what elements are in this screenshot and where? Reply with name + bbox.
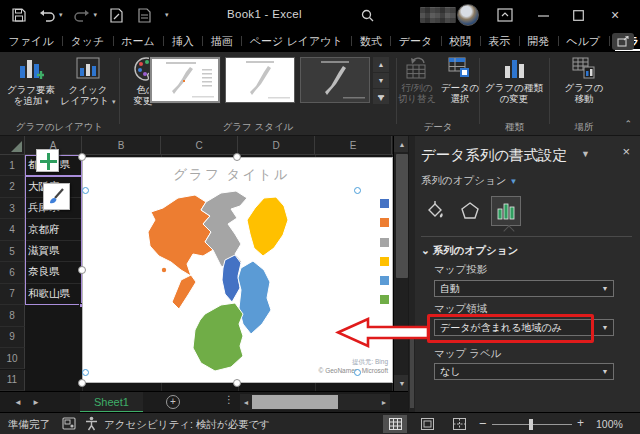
- row-header-9[interactable]: 9: [0, 327, 25, 348]
- tab-touch[interactable]: タッチ: [62, 30, 113, 52]
- add-sheet-icon[interactable]: +: [166, 395, 180, 409]
- gallery-scroll-down-icon[interactable]: ▼: [373, 73, 389, 88]
- horizontal-scroll-thumb[interactable]: [252, 395, 338, 409]
- touch-mode-icon[interactable]: [107, 6, 125, 24]
- plot-handle-top-right[interactable]: [354, 187, 361, 194]
- zoom-in-icon[interactable]: +: [577, 416, 584, 430]
- plot-handle-top-left[interactable]: [82, 187, 89, 194]
- ribbon-display-options-icon[interactable]: [497, 8, 513, 22]
- tab-home[interactable]: ホーム: [113, 30, 164, 52]
- search-icon[interactable]: [361, 9, 374, 22]
- pane-close-icon[interactable]: ×: [622, 144, 630, 159]
- row-header-8[interactable]: 8: [0, 305, 25, 326]
- legend-swatch-2[interactable]: [380, 218, 389, 227]
- kansai-map[interactable]: [143, 190, 295, 376]
- account-avatar[interactable]: [457, 4, 479, 26]
- effects-tab[interactable]: [455, 196, 485, 226]
- map-projection-dropdown[interactable]: 自動▼: [434, 280, 614, 297]
- select-data-button[interactable]: データの選択: [437, 56, 483, 104]
- map-region-wakayama[interactable]: [193, 303, 243, 371]
- series-options-tab[interactable]: [491, 196, 521, 226]
- cell-A6[interactable]: 奈良県: [25, 262, 82, 283]
- tab-page-layout[interactable]: ページ レイアウト: [241, 30, 351, 52]
- chart-handle-bottom-center[interactable]: [233, 379, 241, 387]
- undo-dropdown-icon[interactable]: ▾: [59, 11, 63, 19]
- col-header-C[interactable]: C: [161, 136, 238, 155]
- chart-title[interactable]: グラフ タイトル: [83, 166, 380, 184]
- col-header-E[interactable]: E: [315, 136, 392, 155]
- legend-swatch-5[interactable]: [380, 276, 389, 285]
- row-header-7[interactable]: 7: [0, 284, 25, 305]
- close-button[interactable]: ×: [600, 0, 630, 30]
- row-header-3[interactable]: 3: [0, 198, 25, 219]
- row-header-5[interactable]: 5: [0, 241, 25, 262]
- pane-title-dropdown-icon[interactable]: ▼: [581, 149, 590, 159]
- legend-swatch-4[interactable]: [380, 257, 389, 266]
- legend-swatch-1[interactable]: [380, 199, 389, 208]
- sheet-tab-sheet1[interactable]: Sheet1: [80, 392, 143, 413]
- page-break-view-icon[interactable]: [447, 415, 471, 433]
- fill-line-tab[interactable]: [419, 196, 449, 226]
- select-all-corner[interactable]: [0, 136, 25, 155]
- add-chart-element-button[interactable]: グラフ要素を追加 ▾: [3, 56, 59, 106]
- chart-handle-top-center[interactable]: [233, 153, 241, 161]
- tab-formulas[interactable]: 数式: [351, 30, 390, 52]
- tab-draw[interactable]: 描画: [202, 30, 241, 52]
- sheet-nav-right-icon[interactable]: ►: [28, 392, 44, 413]
- map-region-shiga[interactable]: [247, 197, 288, 256]
- series-options-section[interactable]: ⌄ 系列のオプション: [421, 244, 518, 258]
- row-header-11[interactable]: 11: [0, 370, 25, 391]
- map-chart[interactable]: グラフ タイトル 提供元: Bing © GeoNames, Microsoft: [82, 157, 393, 383]
- redo-button[interactable]: [73, 6, 91, 24]
- series-options-selector[interactable]: 系列のオプション ▼: [421, 174, 517, 188]
- zoom-out-icon[interactable]: −: [479, 416, 487, 431]
- collapse-ribbon-icon[interactable]: ⌃: [624, 119, 632, 129]
- row-header-10[interactable]: 10: [0, 348, 25, 369]
- redo-dropdown-icon[interactable]: ▾: [94, 11, 98, 19]
- gallery-scroll-up-icon[interactable]: ▲: [373, 57, 389, 72]
- tab-insert[interactable]: 挿入: [163, 30, 202, 52]
- col-header-B[interactable]: B: [82, 136, 161, 155]
- chart-style-2-thumbnail[interactable]: [225, 57, 295, 103]
- accessibility-status[interactable]: アクセシビリティ: 検討が必要です: [104, 418, 270, 432]
- tab-file[interactable]: ファイル: [0, 30, 62, 52]
- row-header-4[interactable]: 4: [0, 219, 25, 240]
- tab-data[interactable]: データ: [390, 30, 441, 52]
- plot-handle-bottom-right[interactable]: [354, 369, 361, 376]
- map-labels-dropdown[interactable]: なし▼: [434, 363, 614, 380]
- pane-scrollbar[interactable]: [409, 136, 415, 412]
- row-header-6[interactable]: 6: [0, 262, 25, 283]
- undo-button[interactable]: [38, 6, 56, 24]
- normal-view-icon[interactable]: [383, 415, 407, 433]
- accessibility-icon[interactable]: [85, 416, 98, 431]
- horizontal-scrollbar[interactable]: ◄ ►: [240, 394, 390, 410]
- cell-A4[interactable]: 京都府: [25, 219, 82, 240]
- chart-handle-left-middle[interactable]: [78, 266, 86, 274]
- chart-handle-bottom-left[interactable]: [78, 379, 86, 387]
- pen-mode-icon[interactable]: [135, 6, 153, 24]
- chart-style-1-thumbnail[interactable]: [150, 57, 220, 103]
- tab-view[interactable]: 表示: [480, 30, 519, 52]
- scroll-right-icon[interactable]: ►: [378, 394, 390, 410]
- sheet-nav-left-icon[interactable]: ◄: [10, 392, 26, 413]
- sheet-tab-options-icon[interactable]: ⋮: [224, 394, 234, 405]
- chart-legend[interactable]: [380, 199, 389, 304]
- dropdown-arrow-icon[interactable]: ▼: [597, 324, 613, 331]
- gallery-more-icon[interactable]: ▬▼: [373, 89, 389, 104]
- page-layout-view-icon[interactable]: [415, 415, 439, 433]
- row-header-2[interactable]: 2: [0, 176, 25, 197]
- plot-handle-bottom-left[interactable]: [82, 369, 89, 376]
- macro-record-icon[interactable]: [62, 417, 76, 430]
- save-icon[interactable]: [10, 6, 28, 24]
- tab-help[interactable]: ヘルプ: [558, 30, 609, 52]
- qat-customize-icon[interactable]: ▾: [165, 11, 169, 19]
- zoom-level[interactable]: 100%: [596, 418, 623, 430]
- cell-A5[interactable]: 滋賀県: [25, 241, 82, 262]
- cell-A7[interactable]: 和歌山県: [25, 284, 82, 305]
- map-region-nara[interactable]: [238, 261, 271, 334]
- legend-swatch-6[interactable]: [380, 295, 389, 304]
- col-header-D[interactable]: D: [238, 136, 315, 155]
- share-icon[interactable]: [612, 33, 634, 50]
- tab-developer[interactable]: 開発: [519, 30, 558, 52]
- vertical-scroll-thumb[interactable]: [396, 154, 408, 278]
